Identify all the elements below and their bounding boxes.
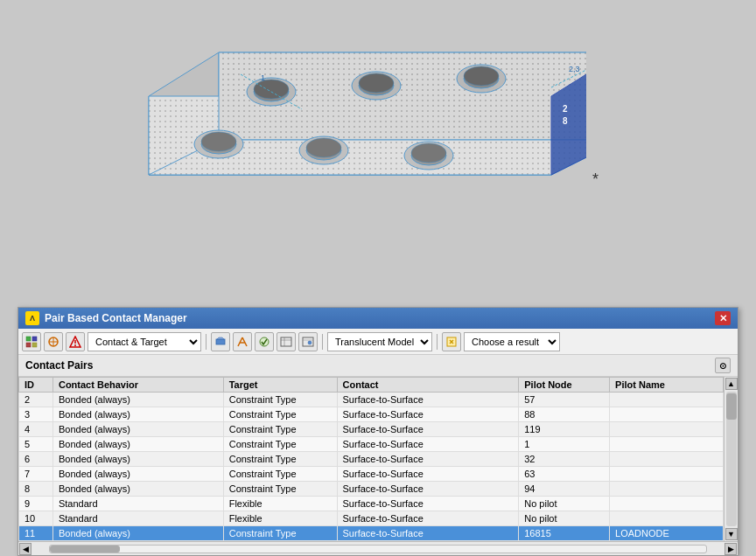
cell-behavior: Bonded (always) [52, 467, 223, 482]
toolbar-btn-1[interactable] [22, 332, 41, 351]
cell-id: 5 [19, 437, 53, 452]
table-row[interactable]: 8 Bonded (always) Constraint Type Surfac… [19, 482, 724, 497]
toolbar-btn-7[interactable] [276, 332, 296, 351]
cell-contact: Surface-to-Surface [337, 393, 519, 407]
table-row[interactable]: 10 Standard Flexible Surface-to-Surface … [19, 511, 724, 526]
toolbar-btn-3[interactable] [66, 332, 85, 351]
svg-point-15 [359, 73, 394, 93]
col-header-behavior: Contact Behavior [52, 378, 223, 393]
scroll-track [726, 392, 737, 526]
vertical-scrollbar[interactable]: ▲ ▼ [724, 377, 738, 541]
cell-behavior: Bonded (always) [52, 452, 223, 467]
title-bar: Λ Pair Based Contact Manager ✕ [18, 308, 738, 329]
cell-pilot-node: 16815 [519, 526, 610, 541]
cell-target: Constraint Type [223, 526, 337, 541]
contact-pairs-table: ID Contact Behavior Target Contact Pilot… [18, 377, 724, 541]
cell-pilot-node: 57 [519, 393, 610, 407]
choose-result-select[interactable]: Choose a result [464, 332, 560, 351]
asterisk-marker: * [592, 170, 598, 189]
window-icon: Λ [25, 311, 39, 325]
svg-text:2,3: 2,3 [569, 65, 580, 73]
cell-pilot-name [610, 407, 724, 422]
cell-target: Constraint Type [223, 482, 337, 497]
contact-pairs-header: Contact Pairs ⊙ [18, 355, 738, 377]
svg-rect-35 [26, 337, 31, 341]
cell-target: Constraint Type [223, 422, 337, 437]
cell-pilot-node: 119 [519, 422, 610, 437]
contact-manager-window: Λ Pair Based Contact Manager ✕ Contact &… [18, 307, 738, 556]
close-button[interactable]: ✕ [715, 311, 731, 325]
model-view-select[interactable]: Translucent Model [327, 332, 432, 351]
cell-target: Flexible [223, 497, 337, 511]
horizontal-scrollbar[interactable]: ◀ ▶ [18, 541, 738, 555]
cell-contact: Surface-to-Surface [337, 467, 519, 482]
toolbar-btn-5[interactable] [233, 332, 252, 351]
toolbar-btn-8[interactable] [298, 332, 318, 351]
table-row[interactable]: 2 Bonded (always) Constraint Type Surfac… [19, 393, 724, 407]
scroll-right-btn[interactable]: ▶ [724, 543, 737, 555]
cell-pilot-node: No pilot [519, 511, 610, 526]
cell-pilot-name: LOADNODE [610, 526, 724, 541]
cell-id: 6 [19, 452, 53, 467]
cell-contact: Surface-to-Surface [337, 497, 519, 511]
cell-id: 10 [19, 511, 53, 526]
scroll-thumb[interactable] [726, 393, 737, 420]
toolbar-btn-4[interactable] [211, 332, 230, 351]
cell-id: 11 [19, 526, 53, 541]
cell-contact: Surface-to-Surface [337, 407, 519, 422]
cell-pilot-name [610, 393, 724, 407]
svg-rect-45 [216, 339, 225, 344]
cell-contact: Surface-to-Surface [337, 482, 519, 497]
cell-pilot-name [610, 422, 724, 437]
cell-behavior: Standard [52, 497, 223, 511]
separator-1 [206, 334, 206, 350]
table-row[interactable]: 4 Bonded (always) Constraint Type Surfac… [19, 422, 724, 437]
cell-behavior: Bonded (always) [52, 407, 223, 422]
cad-model: 1 2,3 2 8 [79, 9, 586, 210]
contact-target-select[interactable]: Contact & Target [88, 332, 201, 351]
svg-rect-38 [32, 343, 37, 347]
cell-contact: Surface-to-Surface [337, 511, 519, 526]
cell-id: 8 [19, 482, 53, 497]
toolbar-btn-2[interactable] [44, 332, 63, 351]
collapse-button[interactable]: ⊙ [715, 358, 731, 373]
table-row[interactable]: 11 Bonded (always) Constraint Type Surfa… [19, 526, 724, 541]
svg-text:1: 1 [261, 73, 265, 82]
cell-pilot-name [610, 437, 724, 452]
svg-point-27 [411, 143, 446, 163]
svg-line-48 [242, 337, 247, 346]
table-row[interactable]: 9 Standard Flexible Surface-to-Surface N… [19, 497, 724, 511]
cell-pilot-node: 1 [519, 437, 610, 452]
cell-pilot-node: 63 [519, 467, 610, 482]
cell-behavior: Bonded (always) [52, 422, 223, 437]
col-header-contact: Contact [337, 378, 519, 393]
cell-pilot-node: 32 [519, 452, 610, 467]
separator-3 [437, 334, 438, 350]
cell-behavior: Bonded (always) [52, 526, 223, 541]
cell-target: Constraint Type [223, 393, 337, 407]
cell-target: Constraint Type [223, 467, 337, 482]
cell-pilot-name [610, 482, 724, 497]
cell-target: Constraint Type [223, 437, 337, 452]
scroll-down-btn[interactable]: ▼ [725, 528, 738, 540]
h-scroll-track [49, 545, 707, 553]
scroll-up-btn[interactable]: ▲ [725, 378, 738, 390]
cell-pilot-node: 88 [519, 407, 610, 422]
svg-point-18 [464, 66, 499, 86]
svg-marker-46 [217, 337, 224, 339]
col-header-pilot-name: Pilot Name [610, 378, 724, 393]
cell-behavior: Bonded (always) [52, 482, 223, 497]
toolbar-btn-6[interactable] [255, 332, 274, 351]
table-row[interactable]: 5 Bonded (always) Constraint Type Surfac… [19, 437, 724, 452]
cad-viewport: 1 2,3 2 8 * [0, 0, 756, 227]
table-row[interactable]: 3 Bonded (always) Constraint Type Surfac… [19, 407, 724, 422]
toolbar-btn-9[interactable] [442, 332, 461, 351]
table-row[interactable]: 6 Bonded (always) Constraint Type Surfac… [19, 452, 724, 467]
cell-target: Flexible [223, 511, 337, 526]
svg-rect-51 [281, 337, 291, 346]
col-header-target: Target [223, 378, 337, 393]
table-row[interactable]: 7 Bonded (always) Constraint Type Surfac… [19, 467, 724, 482]
h-scroll-thumb[interactable] [50, 546, 120, 553]
scroll-left-btn[interactable]: ◀ [19, 543, 32, 555]
cell-target: Constraint Type [223, 407, 337, 422]
